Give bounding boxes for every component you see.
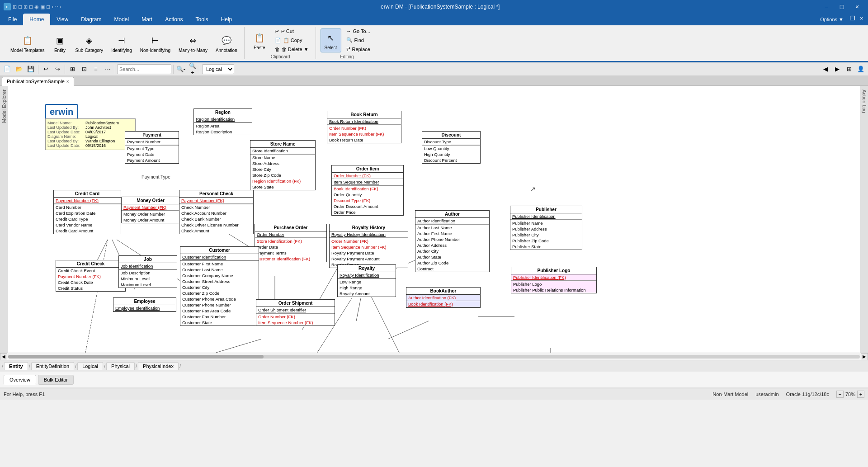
- entity-order-item-header: Order Item: [332, 165, 403, 173]
- entity-author[interactable]: Author Author Identification Author Last…: [415, 210, 490, 272]
- maximize-button[interactable]: □: [835, 2, 849, 11]
- entity-order-shipment-header: Order Shipment: [256, 300, 335, 307]
- entity-credit-card[interactable]: Credit Card Payment Number (FK) Card Num…: [53, 190, 121, 234]
- replace-button[interactable]: ⇄ Replace: [343, 45, 373, 53]
- entity-job[interactable]: Job Job Identification Job Description M…: [118, 255, 177, 288]
- entity-region-header: Region: [194, 109, 252, 116]
- entity-employee[interactable]: Employee Employee Identification: [113, 297, 176, 312]
- tab-logical[interactable]: Logical: [77, 362, 103, 370]
- model-type-select[interactable]: Logical Physical: [202, 64, 234, 74]
- entity-personal-check[interactable]: Personal Check Payment Number (FK) Check…: [179, 190, 254, 234]
- model-explorer-sidebar: Model Explorer: [0, 86, 8, 353]
- toolbar-extra4[interactable]: 👤: [855, 64, 866, 75]
- zoom-out-btn[interactable]: 🔍-: [175, 64, 186, 75]
- subcategory-button[interactable]: ◈ Sub-Category: [72, 31, 106, 55]
- erwin-logo: erwin: [45, 104, 78, 120]
- tab-mart[interactable]: Mart: [135, 14, 159, 25]
- tab-help[interactable]: Help: [215, 14, 239, 25]
- entity-button[interactable]: ▣ Entity: [49, 31, 70, 55]
- replace-icon: ⇄: [346, 46, 350, 52]
- tb-btn4[interactable]: ⋯: [102, 64, 113, 75]
- close-button[interactable]: ×: [850, 2, 864, 11]
- minimize-button[interactable]: −: [819, 2, 834, 11]
- window-controls: − □ ×: [819, 2, 864, 11]
- entity-publisher[interactable]: Publisher Publisher Identification Publi…: [510, 206, 582, 250]
- canvas-container[interactable]: erwin Model Name:PublicationSystem Last …: [8, 86, 860, 353]
- tab-physical-index[interactable]: PhysicalIndex: [138, 362, 179, 370]
- undo-button[interactable]: ↩: [40, 64, 51, 75]
- entity-purchase-order[interactable]: Purchase Order Order Number Store Identi…: [255, 224, 327, 262]
- tab-tools[interactable]: Tools: [189, 14, 215, 25]
- restore-inner-button[interactable]: ❐: [848, 14, 857, 23]
- entity-order-item[interactable]: Order Item Order Number (FK) Item Sequen…: [331, 165, 404, 216]
- zoom-minus-status[interactable]: −: [836, 391, 844, 398]
- new-button[interactable]: 📄: [2, 64, 13, 75]
- clipboard-group: 📋 Paste ✂ ✂ Cut 📄 📋 Copy 🗑 🗑 Delete ▼: [245, 27, 316, 59]
- toolbar-extra3[interactable]: ⊞: [844, 64, 854, 75]
- search-input[interactable]: [117, 64, 171, 74]
- entity-book-return[interactable]: Book Return Book Return Identification O…: [327, 111, 401, 143]
- copy-button[interactable]: 📄 📋 Copy: [272, 36, 312, 45]
- zoom-plus-status[interactable]: +: [857, 391, 864, 398]
- model-templates-button[interactable]: 📋 Model Templates: [7, 31, 47, 55]
- entity-discount[interactable]: Discount Discount Type Low Quantity High…: [422, 131, 481, 164]
- identifying-button[interactable]: ⊣ Identifying: [108, 31, 135, 55]
- toolbar-extra1[interactable]: ◀: [820, 64, 831, 75]
- open-button[interactable]: 📂: [14, 64, 24, 75]
- tb-btn3[interactable]: ≡: [90, 64, 101, 75]
- many-to-many-button[interactable]: ⇔ Many-to-Many: [175, 31, 211, 55]
- svg-line-17: [83, 240, 108, 353]
- zoom-in-btn[interactable]: 🔍+: [187, 64, 198, 75]
- editing-group: ↖ Select → Go To... 🔍 Find ⇄ Replace: [317, 27, 377, 59]
- annotation-button[interactable]: 💬 Annotation: [212, 31, 241, 55]
- tb-btn1[interactable]: ⊞: [67, 64, 78, 75]
- entity-region[interactable]: Region Region Identification Region Area…: [193, 108, 252, 135]
- scroll-left-btn[interactable]: ◀: [0, 353, 7, 360]
- entity-icon: ▣: [52, 33, 67, 48]
- save-button[interactable]: 💾: [25, 64, 36, 75]
- tab-physical[interactable]: Physical: [106, 362, 135, 370]
- scroll-track[interactable]: [8, 355, 860, 359]
- entity-store[interactable]: Store Name Store Identification Store Na…: [250, 140, 316, 190]
- close-inner-button[interactable]: ×: [857, 14, 866, 23]
- tab-bulk-editor[interactable]: Bulk Editor: [38, 375, 74, 385]
- paste-button[interactable]: 📋 Paste: [249, 28, 270, 52]
- scroll-right-btn[interactable]: ▶: [861, 353, 868, 360]
- tb-btn2[interactable]: ⊡: [79, 64, 90, 75]
- tab-view[interactable]: View: [50, 14, 75, 25]
- entity-royalty-history[interactable]: Royalty History Royalty History Identifi…: [329, 224, 408, 268]
- tab-home[interactable]: Home: [23, 14, 50, 25]
- entity-money-order[interactable]: Money Order Payment Number (FK) Money Or…: [121, 197, 180, 223]
- entity-credit-check[interactable]: Credit Check Credit Check Event Payment …: [56, 260, 126, 292]
- horizontal-scrollbar[interactable]: ◀ ▶: [0, 353, 868, 360]
- cut-button[interactable]: ✂ ✂ Cut: [272, 27, 312, 36]
- zoom-level-status: 78%: [845, 392, 855, 397]
- subcategory-icon: ◈: [82, 33, 96, 48]
- tab-entity-def[interactable]: EntityDefinition: [31, 362, 74, 370]
- delete-button[interactable]: 🗑 🗑 Delete ▼: [272, 45, 312, 53]
- non-identifying-button[interactable]: ⊢ Non-Identifying: [137, 31, 174, 55]
- scroll-thumb[interactable]: [8, 355, 264, 359]
- tab-actions[interactable]: Actions: [159, 14, 189, 25]
- entity-publisher-logo[interactable]: Publisher Logo Publisher Identification …: [511, 267, 597, 293]
- tab-diagram[interactable]: Diagram: [75, 14, 108, 25]
- entity-book-author[interactable]: BookAuthor Author Identification (FK) Bo…: [406, 287, 481, 308]
- select-button[interactable]: ↖ Select: [321, 28, 341, 52]
- doc-tab-close[interactable]: ×: [66, 79, 69, 84]
- redo-button[interactable]: ↪: [52, 64, 63, 75]
- entity-payment[interactable]: Payment Payment Number Payment Type Paym…: [125, 131, 179, 164]
- doc-tab-publication[interactable]: PublicationSystemSample ×: [2, 77, 74, 86]
- tab-file[interactable]: File: [2, 14, 23, 25]
- options-button[interactable]: Options ▼: [816, 14, 848, 25]
- entity-customer[interactable]: Customer Customer Identification Custome…: [180, 246, 259, 326]
- tab-overview[interactable]: Overview: [4, 375, 36, 385]
- find-button[interactable]: 🔍 Find: [343, 36, 373, 44]
- tab-model[interactable]: Model: [108, 14, 136, 25]
- entity-order-shipment[interactable]: Order Shipment Order Shipment Identifier…: [256, 299, 335, 326]
- doc-tabs: PublicationSystemSample ×: [0, 76, 868, 86]
- tab-entity[interactable]: Entity: [4, 362, 28, 370]
- toolbar-extra2[interactable]: ▶: [832, 64, 843, 75]
- entity-royalty[interactable]: Royalty Royalty Identification Low Range…: [337, 264, 396, 297]
- non-identifying-icon: ⊢: [148, 33, 162, 48]
- goto-button[interactable]: → Go To...: [343, 27, 373, 35]
